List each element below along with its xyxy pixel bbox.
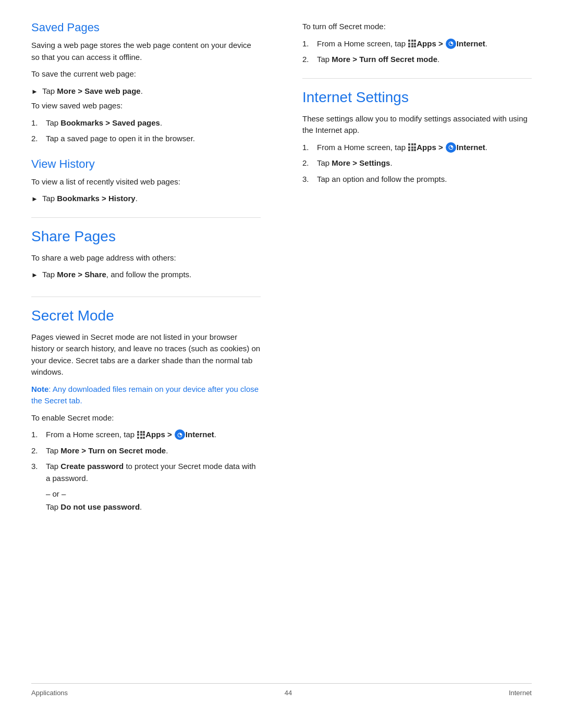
internet-icon: ◔ — [175, 429, 185, 440]
divider3 — [302, 78, 532, 79]
turn-off-steps-list: 1. From a Home screen, tap Apps > ◔Inter… — [302, 38, 532, 66]
footer-left: Applications — [31, 689, 68, 697]
note-label: Note — [31, 385, 48, 393]
tap-donot: Tap Do not use password. — [46, 502, 261, 511]
step-num: 2. — [31, 445, 46, 457]
save-intro: To save the current web page: — [31, 68, 261, 80]
apps-grid-icon — [408, 143, 416, 151]
step-text: Tap Create password to protect your Secr… — [46, 461, 261, 484]
share-pages-bullet: ► Tap More > Share, and follow the promp… — [31, 269, 261, 281]
right-column: To turn off Secret mode: 1. From a Home … — [282, 21, 532, 683]
share-pages-section: Share Pages To share a web page address … — [31, 228, 261, 281]
share-pages-bullet-text: Tap More > Share, and follow the prompts… — [42, 269, 191, 281]
internet-settings-heading: Internet Settings — [302, 89, 532, 106]
step-num: 3. — [31, 461, 46, 473]
step-num: 1. — [302, 142, 317, 154]
internet-settings-intro: These settings allow you to modify setti… — [302, 113, 532, 137]
footer-center: 44 — [285, 689, 292, 697]
bullet-arrow-icon: ► — [31, 270, 38, 280]
view-history-heading: View History — [31, 157, 261, 171]
view-intro: To view saved web pages: — [31, 100, 261, 112]
save-bullet-text: Tap More > Save web page. — [42, 85, 143, 97]
divider — [31, 217, 261, 218]
view-steps-list: 1. Tap Bookmarks > Saved pages. 2. Tap a… — [31, 117, 261, 145]
view-step-2: 2. Tap a saved page to open it in the br… — [31, 133, 261, 145]
internet-settings-section: Internet Settings These settings allow y… — [302, 89, 532, 186]
step-text: Tap Bookmarks > Saved pages. — [46, 117, 162, 129]
enable-step-1: 1. From a Home screen, tap Apps > ◔Inter… — [31, 429, 261, 441]
step-text: Tap More > Turn off Secret mode. — [317, 54, 439, 66]
view-history-section: View History To view a list of recently … — [31, 157, 261, 205]
enable-steps-list: 1. From a Home screen, tap Apps > ◔Inter… — [31, 429, 261, 484]
saved-pages-intro: Saving a web page stores the web page co… — [31, 40, 261, 63]
internet-settings-step-1: 1. From a Home screen, tap Apps > ◔Inter… — [302, 142, 532, 154]
step-num: 1. — [31, 429, 46, 441]
share-pages-intro: To share a web page address with others: — [31, 252, 261, 264]
step-num: 2. — [302, 54, 317, 66]
secret-mode-note: Note: Any downloaded files remain on you… — [31, 384, 261, 407]
step-text: From a Home screen, tap Apps > ◔Internet… — [317, 142, 487, 154]
save-bullet: ► Tap More > Save web page. — [31, 85, 261, 97]
note-text: : Any downloaded files remain on your de… — [31, 385, 259, 405]
step-text: From a Home screen, tap Apps > ◔Internet… — [317, 38, 487, 50]
secret-mode-section: Secret Mode Pages viewed in Secret mode … — [31, 307, 261, 512]
step-text: From a Home screen, tap Apps > ◔Internet… — [46, 429, 216, 441]
apps-grid-icon — [408, 40, 416, 47]
bullet-arrow-icon: ► — [31, 87, 38, 97]
footer-right: Internet — [509, 689, 532, 697]
secret-mode-body: Pages viewed in Secret mode are not list… — [31, 331, 261, 378]
saved-pages-heading: Saved Pages — [31, 21, 261, 34]
step-text: Tap an option and follow the prompts. — [317, 174, 447, 186]
or-line: – or – — [46, 489, 261, 498]
internet-icon: ◔ — [446, 39, 456, 49]
view-history-intro: To view a list of recently visited web p… — [31, 176, 261, 188]
turn-off-step-2: 2. Tap More > Turn off Secret mode. — [302, 54, 532, 66]
turn-off-section: To turn off Secret mode: 1. From a Home … — [302, 21, 532, 66]
view-history-bullet-text: Tap Bookmarks > History. — [42, 193, 138, 205]
step-num: 2. — [302, 157, 317, 169]
enable-step-3: 3. Tap Create password to protect your S… — [31, 461, 261, 484]
footer: Applications 44 Internet — [31, 683, 532, 697]
view-step-1: 1. Tap Bookmarks > Saved pages. — [31, 117, 261, 129]
main-content: Saved Pages Saving a web page stores the… — [31, 21, 532, 683]
step-num: 1. — [302, 38, 317, 50]
step-num: 1. — [31, 117, 46, 129]
step-text: Tap a saved page to open it in the brows… — [46, 133, 195, 145]
internet-settings-step-3: 3. Tap an option and follow the prompts. — [302, 174, 532, 186]
internet-icon: ◔ — [446, 142, 456, 153]
step-text: Tap More > Settings. — [317, 157, 393, 169]
left-column: Saved Pages Saving a web page stores the… — [31, 21, 282, 683]
step-num: 2. — [31, 133, 46, 145]
saved-pages-section: Saved Pages Saving a web page stores the… — [31, 21, 261, 145]
internet-settings-steps-list: 1. From a Home screen, tap Apps > ◔Inter… — [302, 142, 532, 186]
page: Saved Pages Saving a web page stores the… — [0, 0, 563, 728]
enable-step-2: 2. Tap More > Turn on Secret mode. — [31, 445, 261, 457]
internet-settings-step-2: 2. Tap More > Settings. — [302, 157, 532, 169]
bullet-arrow-icon: ► — [31, 194, 38, 204]
divider2 — [31, 297, 261, 297]
step-text: Tap More > Turn on Secret mode. — [46, 445, 168, 457]
enable-intro: To enable Secret mode: — [31, 412, 261, 424]
turn-off-intro: To turn off Secret mode: — [302, 21, 532, 33]
secret-mode-heading: Secret Mode — [31, 307, 261, 324]
share-pages-heading: Share Pages — [31, 228, 261, 245]
turn-off-step-1: 1. From a Home screen, tap Apps > ◔Inter… — [302, 38, 532, 50]
view-history-bullet: ► Tap Bookmarks > History. — [31, 193, 261, 205]
step-num: 3. — [302, 174, 317, 186]
apps-grid-icon — [137, 431, 145, 439]
